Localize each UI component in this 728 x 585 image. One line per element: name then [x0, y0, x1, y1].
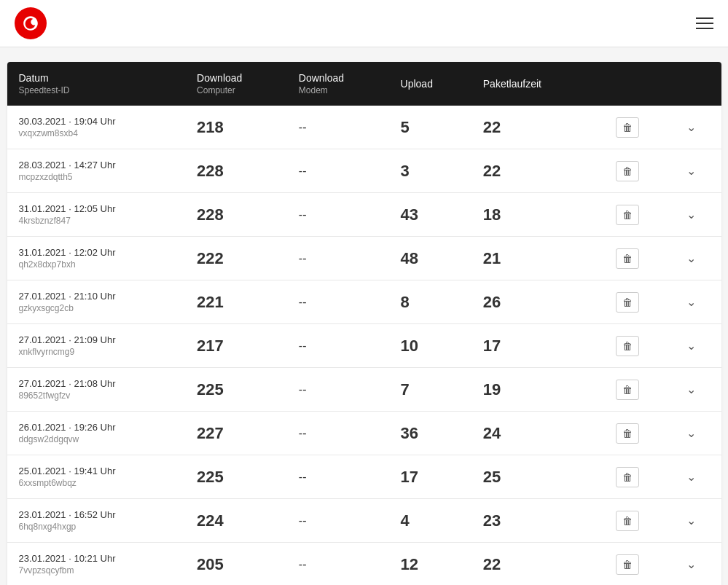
cell-delete-6[interactable]: 🗑 [592, 368, 662, 412]
table-row: 31.01.2021 · 12:02 Uhr qh2x8dxp7bxh 222 … [7, 237, 721, 280]
expand-button-0[interactable]: ⌄ [683, 117, 700, 138]
date-id-3: qh2x8dxp7bxh [19, 259, 174, 270]
expand-button-7[interactable]: ⌄ [683, 423, 700, 444]
cell-expand-3[interactable]: ⌄ [662, 237, 721, 280]
delete-icon-6: 🗑 [622, 384, 633, 396]
date-id-7: ddgsw2ddgqvw [19, 434, 174, 444]
cell-expand-0[interactable]: ⌄ [662, 106, 721, 149]
cell-date-10: 23.01.2021 · 10:21 Uhr 7vvpzsqcyfbm [7, 543, 186, 586]
expand-button-5[interactable]: ⌄ [683, 335, 700, 356]
delete-icon-2: 🗑 [622, 209, 633, 221]
col-sub-download-modem: Modem [299, 85, 377, 95]
expand-button-9[interactable]: ⌄ [683, 510, 700, 531]
cell-upload-7: 36 [389, 412, 471, 455]
expand-button-8[interactable]: ⌄ [683, 466, 700, 487]
table-row: 23.01.2021 · 10:21 Uhr 7vvpzsqcyfbm 205 … [7, 543, 721, 586]
expand-button-1[interactable]: ⌄ [683, 160, 700, 181]
delete-icon-8: 🗑 [622, 471, 633, 483]
cell-delete-8[interactable]: 🗑 [592, 455, 662, 499]
cell-expand-8[interactable]: ⌄ [662, 455, 721, 499]
cell-expand-4[interactable]: ⌄ [662, 280, 721, 324]
cell-delete-9[interactable]: 🗑 [592, 499, 662, 543]
expand-button-10[interactable]: ⌄ [683, 554, 700, 575]
delete-icon-10: 🗑 [622, 559, 633, 570]
cell-latency-4: 26 [471, 280, 592, 324]
cell-expand-9[interactable]: ⌄ [662, 499, 721, 543]
date-main-5: 27.01.2021 · 21:09 Uhr [19, 334, 174, 345]
col-sub-datum: Speedtest-ID [19, 85, 174, 95]
cell-delete-10[interactable]: 🗑 [592, 543, 662, 586]
cell-dl-computer-4: 221 [185, 280, 287, 324]
cell-dl-modem-6: -- [287, 368, 389, 412]
cell-delete-3[interactable]: 🗑 [592, 237, 662, 280]
col-label-datum: Datum [19, 72, 49, 84]
chevron-down-icon-9: ⌄ [686, 514, 696, 527]
cell-upload-8: 17 [389, 455, 471, 499]
cell-upload-5: 10 [389, 324, 471, 368]
cell-dl-computer-3: 222 [185, 237, 287, 280]
delete-button-4[interactable]: 🗑 [616, 292, 639, 313]
delete-button-7[interactable]: 🗑 [616, 423, 639, 444]
date-main-3: 31.01.2021 · 12:02 Uhr [19, 247, 174, 258]
cell-dl-modem-2: -- [287, 193, 389, 237]
cell-expand-2[interactable]: ⌄ [662, 193, 721, 237]
cell-date-3: 31.01.2021 · 12:02 Uhr qh2x8dxp7bxh [7, 237, 186, 280]
delete-button-6[interactable]: 🗑 [616, 380, 639, 400]
date-id-5: xnkflvyrncmg9 [19, 347, 174, 357]
cell-delete-5[interactable]: 🗑 [592, 324, 662, 368]
cell-delete-4[interactable]: 🗑 [592, 280, 662, 324]
cell-expand-7[interactable]: ⌄ [662, 412, 721, 455]
date-id-10: 7vvpzsqcyfbm [19, 565, 174, 576]
delete-button-8[interactable]: 🗑 [616, 467, 639, 487]
date-id-1: mcpzxzdqtth5 [19, 172, 174, 182]
cell-dl-computer-10: 205 [185, 543, 287, 586]
cell-delete-1[interactable]: 🗑 [592, 149, 662, 193]
cell-expand-5[interactable]: ⌄ [662, 324, 721, 368]
cell-latency-9: 23 [471, 499, 592, 543]
cell-expand-1[interactable]: ⌄ [662, 149, 721, 193]
delete-button-5[interactable]: 🗑 [616, 336, 639, 356]
col-label-download-computer: Download [197, 72, 242, 84]
col-label-download-modem: Download [299, 72, 344, 84]
cell-delete-2[interactable]: 🗑 [592, 193, 662, 237]
logo-container [15, 7, 47, 39]
chevron-down-icon-8: ⌄ [686, 471, 696, 483]
delete-button-1[interactable]: 🗑 [616, 161, 639, 181]
delete-button-3[interactable]: 🗑 [616, 248, 639, 269]
col-expand-header [662, 62, 721, 106]
chevron-down-icon-5: ⌄ [686, 339, 696, 352]
table-row: 30.03.2021 · 19:04 Uhr vxqxzwm8sxb4 218 … [7, 106, 721, 149]
delete-icon-5: 🗑 [622, 340, 633, 352]
expand-button-4[interactable]: ⌄ [683, 291, 700, 313]
delete-button-2[interactable]: 🗑 [616, 205, 639, 225]
delete-button-9[interactable]: 🗑 [616, 511, 639, 531]
cell-dl-computer-6: 225 [185, 368, 287, 412]
cell-expand-10[interactable]: ⌄ [662, 543, 721, 586]
table-row: 27.01.2021 · 21:09 Uhr xnkflvyrncmg9 217… [7, 324, 721, 368]
delete-button-0[interactable]: 🗑 [616, 117, 639, 138]
table-header: Datum Speedtest-ID Download Computer Dow… [7, 62, 721, 106]
chevron-down-icon-6: ⌄ [686, 383, 696, 396]
hamburger-menu[interactable] [696, 17, 713, 29]
cell-date-4: 27.01.2021 · 21:10 Uhr gzkyxsgcg2cb [7, 280, 186, 324]
date-id-4: gzkyxsgcg2cb [19, 303, 174, 313]
date-id-2: 4krsbznzf847 [19, 216, 174, 226]
cell-upload-2: 43 [389, 193, 471, 237]
cell-delete-0[interactable]: 🗑 [592, 106, 662, 149]
chevron-down-icon-10: ⌄ [686, 558, 696, 570]
cell-date-8: 25.01.2021 · 19:41 Uhr 6xxsmpt6wbqz [7, 455, 186, 499]
expand-button-6[interactable]: ⌄ [683, 379, 700, 400]
date-main-0: 30.03.2021 · 19:04 Uhr [19, 116, 174, 127]
delete-button-10[interactable]: 🗑 [616, 554, 639, 575]
expand-button-2[interactable]: ⌄ [683, 204, 700, 225]
cell-dl-modem-10: -- [287, 543, 389, 586]
col-label-upload: Upload [401, 78, 433, 90]
cell-date-9: 23.01.2021 · 16:52 Uhr 6hq8nxg4hxgp [7, 499, 186, 543]
delete-icon-1: 🗑 [622, 165, 633, 177]
hamburger-line-3 [696, 28, 713, 29]
cell-delete-7[interactable]: 🗑 [592, 412, 662, 455]
cell-expand-6[interactable]: ⌄ [662, 368, 721, 412]
cell-dl-computer-0: 218 [185, 106, 287, 149]
expand-button-3[interactable]: ⌄ [683, 248, 700, 269]
cell-dl-computer-9: 224 [185, 499, 287, 543]
